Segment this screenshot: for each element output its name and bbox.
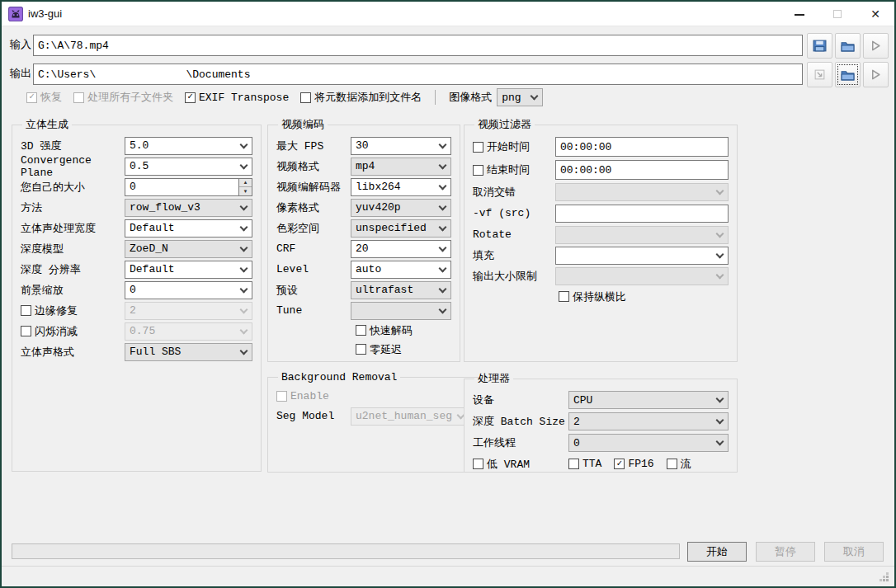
input-play-button[interactable] xyxy=(863,33,889,59)
chevron-down-icon xyxy=(240,285,248,293)
minimize-icon xyxy=(795,14,804,16)
start-button[interactable]: 开始 xyxy=(687,542,747,562)
rotate-select[interactable] xyxy=(555,226,729,244)
start-time-checkbox[interactable] xyxy=(473,142,483,153)
chevron-down-icon xyxy=(716,229,724,238)
input-folder-button[interactable] xyxy=(835,33,861,59)
chevron-down-icon xyxy=(716,270,724,279)
title-bar: iw3-gui ✕ xyxy=(2,2,894,26)
pixel-format-select[interactable]: yuv420p xyxy=(351,199,451,217)
depth-batch-size-select[interactable]: 2 xyxy=(568,412,729,430)
close-button[interactable]: ✕ xyxy=(856,2,894,26)
output-play-button[interactable] xyxy=(863,62,889,87)
worker-threads-select[interactable]: 0 xyxy=(568,434,729,452)
option-metadata-filename[interactable]: 将元数据添加到文件名 xyxy=(300,90,422,105)
group-video-encoding: 视频编码 最大 FPS 30 视频格式 mp4 视频编解码器 libx264 像… xyxy=(267,117,460,362)
start-time-option[interactable]: 开始时间 xyxy=(473,139,555,154)
convergence-select[interactable]: 0.5 xyxy=(125,158,252,176)
input-file-button[interactable] xyxy=(807,33,832,59)
pause-button: 暂停 xyxy=(756,542,815,562)
option-recursive[interactable]: 处理所有子文件夹 xyxy=(73,90,173,105)
divergence-select[interactable]: 5.0 xyxy=(125,137,252,155)
max-output-size-select[interactable] xyxy=(555,267,729,285)
output-folder-button[interactable] xyxy=(835,62,861,87)
max-output-size-label: 输出大小限制 xyxy=(473,269,555,284)
output-path-field[interactable] xyxy=(33,64,803,85)
edge-fix-option[interactable]: 边缘修复 xyxy=(21,303,125,318)
separator xyxy=(435,90,436,105)
chevron-down-icon xyxy=(240,346,248,355)
video-format-label: 视频格式 xyxy=(276,159,351,174)
method-select[interactable]: row_flow_v3 xyxy=(125,199,252,217)
chevron-down-icon xyxy=(716,395,724,403)
spin-up-button[interactable]: ▲ xyxy=(239,179,252,188)
group-processor-title: 处理器 xyxy=(474,371,513,386)
vf-src-input[interactable] xyxy=(555,205,729,223)
end-time-checkbox[interactable] xyxy=(473,165,483,176)
chevron-down-icon xyxy=(240,326,248,334)
stream-checkbox[interactable] xyxy=(667,459,677,469)
level-select[interactable]: auto xyxy=(351,261,451,279)
keep-aspect-checkbox[interactable] xyxy=(559,291,569,302)
crf-select[interactable]: 20 xyxy=(351,240,451,258)
low-vram-option[interactable]: 低 VRAM xyxy=(473,457,568,472)
bg-enable-checkbox[interactable] xyxy=(276,391,287,402)
stereo-format-select[interactable]: Full SBS xyxy=(125,343,252,361)
input-path-field[interactable] xyxy=(33,35,803,56)
stream-option[interactable]: 流 xyxy=(667,457,691,472)
depth-model-select[interactable]: ZoeD_N xyxy=(125,240,252,258)
depth-model-label: 深度模型 xyxy=(21,242,125,256)
zero-latency-label: 零延迟 xyxy=(370,342,402,357)
video-codec-select[interactable]: libx264 xyxy=(351,178,451,196)
tta-checkbox[interactable] xyxy=(568,459,579,469)
option-resume[interactable]: 恢复 xyxy=(26,90,62,105)
foreground-scale-select[interactable]: 0 xyxy=(125,281,252,299)
zero-latency-checkbox[interactable] xyxy=(356,344,366,355)
keep-aspect-option[interactable]: 保持纵横比 xyxy=(559,289,626,304)
max-fps-select[interactable]: 30 xyxy=(351,137,451,155)
stereo-width-select[interactable]: Default xyxy=(125,219,252,238)
chevron-down-icon xyxy=(716,438,724,446)
video-format-select[interactable]: mp4 xyxy=(351,158,451,176)
low-vram-checkbox[interactable] xyxy=(473,459,483,469)
fast-decode-option[interactable]: 快速解码 xyxy=(356,323,413,338)
resume-checkbox[interactable] xyxy=(26,92,37,103)
depth-resolution-select[interactable]: Default xyxy=(125,261,252,279)
image-format-label: 图像格式 xyxy=(449,90,492,105)
method-label: 方法 xyxy=(21,200,125,215)
bg-enable-option[interactable]: Enable xyxy=(276,390,329,402)
maximize-button[interactable] xyxy=(818,2,856,26)
metadata-filename-checkbox[interactable] xyxy=(300,92,311,103)
fp16-option[interactable]: FP16 xyxy=(614,458,653,470)
zero-latency-option[interactable]: 零延迟 xyxy=(356,342,402,357)
output-label: 输出 xyxy=(10,64,31,85)
minimize-button[interactable] xyxy=(780,2,818,26)
resize-grip-icon[interactable] xyxy=(886,579,889,581)
preset-select[interactable]: ultrafast xyxy=(351,281,451,299)
device-select[interactable]: CPU xyxy=(568,391,729,409)
image-format-select[interactable]: png xyxy=(497,88,543,106)
recursive-label: 处理所有子文件夹 xyxy=(87,90,173,105)
output-auto-button[interactable] xyxy=(807,62,832,87)
fp16-checkbox[interactable] xyxy=(614,459,625,469)
tune-select[interactable] xyxy=(351,302,451,320)
start-time-input[interactable] xyxy=(555,137,729,157)
own-size-spinner: ▲ ▼ xyxy=(125,178,252,196)
own-size-input[interactable] xyxy=(125,178,238,196)
option-exif-transpose[interactable]: EXIF Transpose xyxy=(185,92,289,104)
end-time-input[interactable] xyxy=(555,160,729,180)
deinterlace-select[interactable] xyxy=(555,183,729,201)
deflicker-option[interactable]: 闪烁消减 xyxy=(21,324,125,339)
edge-fix-checkbox[interactable] xyxy=(21,305,31,316)
deflicker-checkbox[interactable] xyxy=(21,326,31,336)
tta-option[interactable]: TTA xyxy=(568,458,601,470)
chevron-down-icon xyxy=(439,161,447,169)
padding-select[interactable] xyxy=(555,247,729,265)
spin-down-button[interactable]: ▼ xyxy=(239,187,252,195)
colorspace-select[interactable]: unspecified xyxy=(351,219,451,238)
fast-decode-checkbox[interactable] xyxy=(356,325,366,336)
exif-transpose-checkbox[interactable] xyxy=(185,92,196,103)
end-time-option[interactable]: 结束时间 xyxy=(473,162,555,177)
group-processor: 处理器 设备 CPU 深度 Batch Size 2 工作线程 0 低 VRAM… xyxy=(464,371,738,473)
recursive-checkbox[interactable] xyxy=(73,92,84,103)
